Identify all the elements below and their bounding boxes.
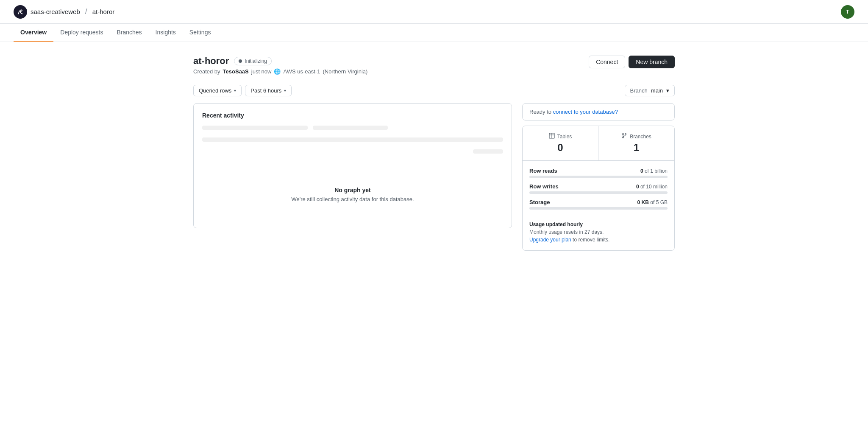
row-reads-progress — [529, 176, 668, 178]
tables-stat: Tables 0 — [523, 126, 598, 160]
meta-time: just now — [251, 68, 272, 75]
connect-banner: Ready to connect to your database? — [522, 103, 675, 121]
notice-title: Usage updated hourly — [529, 221, 668, 227]
org-name[interactable]: saas-creativeweb — [31, 8, 80, 15]
time-chevron-icon: ▾ — [284, 88, 286, 93]
tab-settings[interactable]: Settings — [183, 24, 218, 42]
region: AWS us-east-1 — [283, 68, 320, 75]
connect-link[interactable]: connect to your database? — [553, 109, 618, 115]
notice-desc: Monthly usage resets in 27 days. Upgrade… — [529, 228, 668, 244]
activity-card: Recent activity No graph yet We're still… — [193, 103, 512, 228]
new-branch-button[interactable]: New branch — [629, 56, 675, 68]
globe-icon: 🌐 — [274, 68, 281, 75]
row-writes-progress — [529, 191, 668, 194]
storage-value: 0 KB of 5 GB — [637, 199, 668, 205]
skeleton-row-1 — [202, 126, 503, 133]
tab-nav: Overview Deploy requests Branches Insigh… — [0, 24, 868, 42]
branch-filter[interactable]: Branch main ▾ — [625, 85, 675, 96]
page-header: at-horor Initializing Created by TesoSaa… — [193, 56, 675, 75]
table-icon — [549, 133, 555, 140]
skeleton-row-2 — [202, 137, 503, 145]
svg-point-5 — [625, 134, 626, 135]
page-title-area: at-horor Initializing Created by TesoSaa… — [193, 56, 367, 75]
usage-notice: Usage updated hourly Monthly usage reset… — [523, 221, 674, 250]
storage-usage: Storage 0 KB of 5 GB — [529, 199, 668, 210]
skeleton-3 — [202, 137, 503, 142]
storage-progress — [529, 207, 668, 210]
row-reads-usage: Row reads 0 of 1 billion — [529, 168, 668, 178]
no-graph-area: No graph yet We're still collecting acti… — [202, 161, 503, 219]
avatar[interactable]: T — [841, 5, 854, 19]
time-label: Past 6 hours — [250, 87, 281, 94]
svg-point-4 — [623, 134, 624, 135]
stats-card: Tables 0 — [522, 126, 675, 251]
filters-row: Queried rows ▾ Past 6 hours ▾ Branch mai… — [193, 85, 675, 96]
tab-insights[interactable]: Insights — [149, 24, 183, 42]
queried-rows-label: Queried rows — [199, 87, 231, 94]
nav-left: saas-creativeweb / at-horor — [14, 5, 114, 19]
time-filter[interactable]: Past 6 hours ▾ — [245, 85, 292, 96]
branches-value: 1 — [605, 142, 668, 154]
queried-rows-filter[interactable]: Queried rows ▾ — [193, 85, 242, 96]
branch-filter-label: Branch — [630, 87, 648, 94]
status-text: Initializing — [245, 58, 267, 64]
row-reads-label: Row reads — [529, 168, 557, 174]
row-writes-label: Row writes — [529, 183, 559, 190]
creator-name: TesoSaaS — [223, 68, 249, 75]
row-writes-value: 0 of 10 million — [636, 184, 668, 190]
usage-section: Row reads 0 of 1 billion Row writes — [523, 161, 674, 221]
top-nav: saas-creativeweb / at-horor T — [0, 0, 868, 24]
stats-top: Tables 0 — [523, 126, 674, 161]
branch-chevron-icon: ▾ — [666, 87, 669, 94]
tables-label: Tables — [529, 133, 591, 140]
page-title: at-horor Initializing — [193, 56, 367, 67]
right-panel: Ready to connect to your database? — [522, 103, 675, 256]
meta-prefix: Created by — [193, 68, 220, 75]
page-meta: Created by TesoSaaS just now 🌐 AWS us-ea… — [193, 68, 367, 75]
status-dot — [239, 59, 242, 63]
no-graph-title: No graph yet — [334, 187, 371, 193]
database-name: at-horor — [193, 56, 229, 67]
repo-name[interactable]: at-horor — [92, 8, 115, 15]
tab-branches[interactable]: Branches — [110, 24, 148, 42]
row-writes-usage: Row writes 0 of 10 million — [529, 183, 668, 194]
branches-label: Branches — [605, 133, 668, 140]
row-reads-value: 0 of 1 billion — [640, 168, 668, 174]
content-grid: Recent activity No graph yet We're still… — [193, 103, 675, 256]
region-label: (Northern Virginia) — [323, 68, 367, 75]
queried-rows-chevron-icon: ▾ — [234, 88, 236, 93]
logo — [14, 5, 27, 19]
skeleton-4 — [473, 149, 503, 154]
connect-text: Ready to — [529, 109, 553, 115]
main-content: at-horor Initializing Created by TesoSaa… — [180, 42, 688, 269]
branch-filter-value: main — [651, 87, 663, 94]
skeleton-2 — [313, 126, 388, 130]
svg-point-6 — [623, 137, 624, 138]
nav-separator: / — [85, 7, 87, 16]
header-actions: Connect New branch — [589, 56, 675, 68]
upgrade-link[interactable]: Upgrade your plan — [529, 237, 571, 243]
connect-button[interactable]: Connect — [589, 56, 625, 68]
tables-value: 0 — [529, 142, 591, 154]
branches-stat: Branches 1 — [598, 126, 674, 160]
status-badge: Initializing — [234, 57, 272, 65]
skeleton-1 — [202, 126, 308, 130]
tab-deploy-requests[interactable]: Deploy requests — [53, 24, 110, 42]
activity-title: Recent activity — [202, 112, 503, 119]
no-graph-desc: We're still collecting activity data for… — [291, 196, 414, 202]
tab-overview[interactable]: Overview — [14, 24, 53, 42]
storage-label: Storage — [529, 199, 550, 205]
branch-icon — [621, 133, 627, 140]
skeleton-row-3 — [202, 149, 503, 157]
